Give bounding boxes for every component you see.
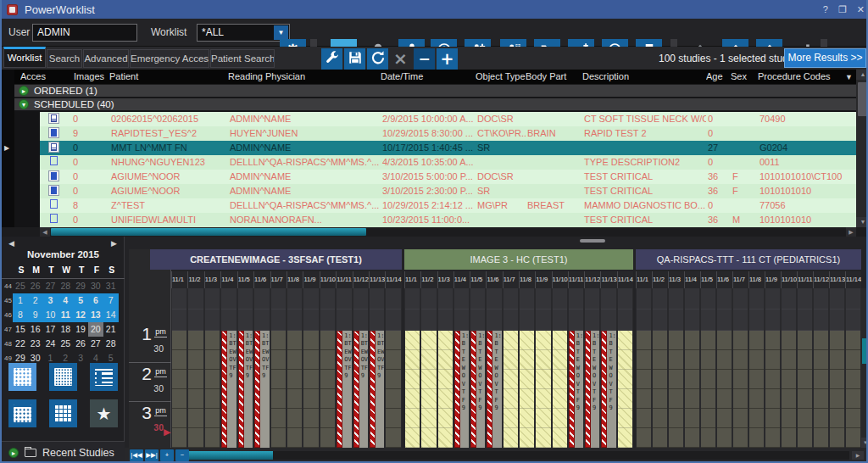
day-column[interactable]: [830, 288, 844, 448]
user-input[interactable]: ADMIN: [32, 24, 137, 42]
restore-button[interactable]: ❐: [838, 4, 847, 15]
scrollbar-thumb[interactable]: [858, 82, 868, 116]
day-column[interactable]: [205, 288, 220, 448]
day-column[interactable]: [717, 288, 732, 448]
slot-column[interactable]: [637, 331, 651, 448]
column-header-images[interactable]: Images: [74, 70, 109, 84]
day-column[interactable]: [504, 288, 518, 448]
calendar-day[interactable]: 26: [73, 337, 88, 351]
more-results-button[interactable]: More Results >>: [784, 48, 866, 68]
worklist-select[interactable]: *ALL ▼: [197, 24, 290, 42]
skip-to-start-button[interactable]: |◀◀: [130, 449, 143, 461]
slot-column[interactable]: [172, 331, 186, 448]
calendar-day[interactable]: 23: [28, 337, 43, 351]
appointment-label[interactable]: 1:BTEWOVTF9: [591, 331, 599, 448]
day-column[interactable]: 1:BTEWOVTF9: [601, 288, 615, 448]
calendar-day[interactable]: 11: [58, 308, 73, 322]
slot-column[interactable]: 1:BTEWOVTF9: [470, 331, 485, 448]
worklist-row[interactable]: 8Z^TESTDELLLN^QA-RISPACS^MM^MS.^...10/29…: [40, 198, 856, 213]
calendar-day[interactable]: 18: [58, 322, 73, 337]
calendar-day[interactable]: 21: [103, 322, 119, 337]
day-column[interactable]: [765, 288, 780, 448]
appointment-label[interactable]: 1:BTEWOVTF9: [244, 331, 253, 448]
splitter-handle[interactable]: [580, 239, 605, 243]
calendar-day[interactable]: 14: [103, 308, 119, 322]
slot-column[interactable]: [701, 331, 715, 448]
tab-advanced[interactable]: Advanced: [83, 49, 129, 68]
day-column[interactable]: [172, 288, 186, 448]
slot-column[interactable]: 1:BTEWOVTF9: [353, 331, 368, 448]
column-header-date-time[interactable]: Date/Time: [381, 70, 476, 84]
scroll-down-icon[interactable]: ▼: [861, 438, 868, 448]
day-column[interactable]: 1:BTEWOVTF9: [487, 288, 501, 448]
calendar-day[interactable]: 20: [88, 322, 103, 337]
calendar-day[interactable]: 3: [43, 293, 58, 308]
slot-column[interactable]: [669, 331, 683, 448]
slot-column[interactable]: [320, 331, 335, 448]
day-column[interactable]: [733, 288, 748, 448]
calendar-day[interactable]: 8: [13, 308, 28, 322]
day-column[interactable]: 1:BTEWOVTF9: [370, 288, 384, 448]
clear-button[interactable]: ×: [390, 48, 411, 70]
slot-column[interactable]: 1:BTEWOVTF9: [254, 331, 269, 448]
day-column[interactable]: [188, 288, 203, 448]
calendar-day[interactable]: 29: [73, 279, 88, 293]
calendar-day[interactable]: 13: [88, 308, 103, 322]
slot-column[interactable]: [438, 331, 453, 448]
calendar-day[interactable]: 7: [103, 293, 119, 308]
calendar-day[interactable]: 25: [58, 337, 73, 351]
slot-column[interactable]: [386, 331, 400, 448]
slot-column[interactable]: 1:BTEWOVTF9: [238, 331, 253, 448]
day-column[interactable]: [701, 288, 715, 448]
calendar-day[interactable]: 2: [28, 293, 43, 308]
appointment-label[interactable]: 1:BTEWOVTF9: [359, 331, 368, 448]
day-column[interactable]: [520, 288, 534, 448]
zoom-in-button[interactable]: +: [160, 449, 174, 461]
calendar-day[interactable]: 4: [58, 293, 73, 308]
column-header-body-part[interactable]: Body Part: [526, 70, 582, 84]
day-column[interactable]: [618, 288, 632, 448]
appointment-label[interactable]: 1:BTEWOVTF9: [460, 331, 469, 448]
scroll-right-icon[interactable]: ▶: [852, 451, 864, 460]
expand-icon[interactable]: ▸: [8, 448, 19, 458]
scheduler-horizontal-scrollbar[interactable]: [184, 451, 849, 460]
calendar-day[interactable]: 31: [103, 279, 119, 293]
skip-to-end-button[interactable]: ▶▶|: [145, 449, 159, 461]
appointment-bar[interactable]: [337, 331, 342, 448]
appointment-bar[interactable]: [454, 331, 460, 448]
slot-column[interactable]: [303, 331, 318, 448]
day-column[interactable]: [669, 288, 683, 448]
month-view-button[interactable]: [8, 399, 36, 427]
appointment-label[interactable]: 1:BTEWOVTF9: [607, 331, 615, 448]
appointment-label[interactable]: 1:BTEWOVTF9: [575, 331, 583, 448]
slot-column[interactable]: [205, 331, 220, 448]
slot-column[interactable]: 1:BTEWOVTF9: [487, 331, 501, 448]
slot-column[interactable]: [653, 331, 667, 448]
slot-column[interactable]: [749, 331, 764, 448]
calendar-day[interactable]: 27: [43, 279, 58, 293]
slot-column[interactable]: [798, 331, 812, 448]
collapse-icon[interactable]: ▾: [19, 99, 29, 109]
day-column[interactable]: [653, 288, 667, 448]
slot-column[interactable]: 1:BTEWOVTF9: [337, 331, 351, 448]
slot-column[interactable]: [421, 331, 436, 448]
day-column[interactable]: [303, 288, 318, 448]
slot-column[interactable]: [520, 331, 534, 448]
day-column[interactable]: 1:BTEWOVTF9: [254, 288, 269, 448]
calendar-day[interactable]: 26: [28, 279, 43, 293]
day-column[interactable]: [536, 288, 550, 448]
calendar-day[interactable]: 19: [73, 322, 88, 337]
calendar-day[interactable]: 10: [43, 308, 58, 322]
slot-column[interactable]: [765, 331, 780, 448]
multi-week-view-button[interactable]: [49, 363, 77, 391]
worklist-row[interactable]: 0MMT LN^MMT FNADMIN^NAME10/17/2015 1:40:…: [40, 141, 856, 155]
appointment-bar[interactable]: [370, 331, 376, 448]
slot-column[interactable]: [685, 331, 699, 448]
tab-patient-search[interactable]: Patient Search: [210, 49, 275, 68]
column-header-object-type[interactable]: Object Type: [476, 70, 526, 84]
worklist-row[interactable]: 0UNIFIEDWLAMULTINORALNANORAFN...10/23/20…: [40, 213, 856, 227]
scrollbar-thumb[interactable]: [862, 338, 868, 364]
appointment-label[interactable]: 1:BTEWOVTF9: [476, 331, 485, 448]
day-column[interactable]: [405, 288, 420, 448]
slot-column[interactable]: [405, 331, 420, 448]
